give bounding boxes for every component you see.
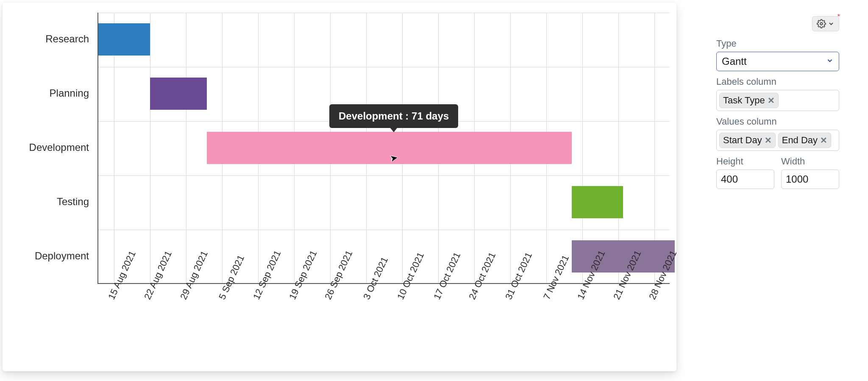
y-label-planning: Planning	[50, 87, 89, 99]
type-select[interactable]: Gantt	[716, 52, 839, 71]
values-column-label: Values column	[716, 116, 839, 127]
labels-column-input[interactable]: Task Type ✕	[716, 90, 839, 111]
plot-area: Development : 71 days ➤	[97, 13, 670, 284]
tag-start-day[interactable]: Start Day ✕	[719, 133, 776, 148]
tag-task-type[interactable]: Task Type ✕	[719, 93, 779, 108]
chevron-down-icon	[826, 57, 834, 66]
tag-end-day[interactable]: End Day ✕	[778, 133, 831, 148]
y-axis-labels: Research Planning Development Testing De…	[13, 13, 93, 284]
gear-icon	[817, 19, 826, 28]
bar-development[interactable]	[207, 132, 572, 164]
tag-remove-icon[interactable]: ✕	[765, 136, 772, 145]
type-label: Type	[716, 38, 839, 49]
width-input[interactable]	[781, 170, 839, 189]
values-column-input[interactable]: Start Day ✕ End Day ✕	[716, 130, 839, 151]
tag-remove-icon[interactable]: ✕	[820, 136, 827, 145]
y-label-testing: Testing	[57, 196, 89, 208]
x-axis-labels: 15 Aug 2021 22 Aug 2021 29 Aug 2021 5 Se…	[97, 286, 670, 346]
bar-research[interactable]	[98, 23, 150, 56]
settings-button[interactable]: *	[812, 16, 839, 31]
config-sidebar: * Type Gantt Labels column Task Type ✕ V…	[716, 16, 839, 189]
chevron-down-icon	[828, 20, 835, 27]
labels-column-label: Labels column	[716, 76, 839, 87]
svg-point-0	[820, 22, 823, 25]
width-label: Width	[781, 156, 839, 167]
bar-deployment[interactable]	[572, 240, 675, 273]
bar-testing[interactable]	[572, 186, 623, 218]
y-label-development: Development	[29, 142, 89, 153]
tag-remove-icon[interactable]: ✕	[768, 96, 775, 105]
gantt-chart: Research Planning Development Testing De…	[13, 13, 666, 292]
type-select-value: Gantt	[722, 56, 747, 67]
chart-tooltip: Development : 71 days	[329, 104, 458, 128]
height-label: Height	[716, 156, 774, 167]
y-label-deployment: Deployment	[35, 250, 89, 262]
notification-dot-icon: *	[837, 15, 840, 19]
chart-panel: Research Planning Development Testing De…	[3, 3, 676, 371]
height-input[interactable]	[716, 170, 774, 189]
y-label-research: Research	[45, 33, 89, 45]
bar-planning[interactable]	[150, 78, 207, 110]
